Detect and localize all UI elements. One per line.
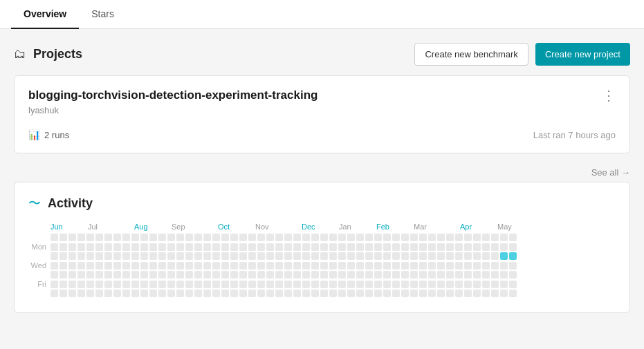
projects-title-group: 🗂 Projects [14,47,82,62]
heatmap-cell [419,252,427,260]
heatmap-cell [203,290,211,297]
heatmap-cell [374,281,382,288]
heatmap-cell [77,262,85,270]
heatmap-cell [311,271,319,279]
heatmap-cell [113,290,121,297]
heatmap-cell [509,262,517,270]
heatmap-cell [77,281,85,288]
heatmap-cell [284,262,292,270]
heatmap-cell [464,234,472,241]
heatmap-cell [464,262,472,270]
create-project-button[interactable]: Create new project [535,43,630,66]
heatmap-cell [167,262,175,270]
heatmap-row [28,252,616,260]
heatmap-cell [149,271,157,279]
heatmap-cell [230,290,238,297]
heatmap-cell [275,262,283,270]
heatmap-cell [437,281,445,288]
heatmap-cell [491,290,499,297]
heatmap-cell [221,281,229,288]
heatmap-cell [302,262,310,270]
heatmap-cell [266,234,274,241]
heatmap-cell [338,290,346,297]
project-card-footer: 📊 2 runs Last ran 7 hours ago [28,129,616,140]
heatmap-cell [212,262,220,270]
heatmap-cell [509,234,517,241]
heatmap-cell [266,252,274,260]
heatmap-cell [203,281,211,288]
heatmap-cell [320,262,328,270]
heatmap-cell [167,252,175,260]
heatmap-cell [401,271,409,279]
heatmap-cell [374,262,382,270]
heatmap-cell [221,252,229,260]
heatmap-cell [302,243,310,251]
heatmap-cell [419,281,427,288]
heatmap-cell [347,243,355,251]
heatmap-cell [257,262,265,270]
heatmap-cell [167,290,175,297]
heatmap-cell [122,262,130,270]
heatmap-cell [482,290,490,297]
heatmap-cell [203,271,211,279]
heatmap-cell [293,281,301,288]
heatmap-cell [248,262,256,270]
heatmap-cell [419,290,427,297]
runs-info: 📊 2 runs [28,129,69,140]
heatmap-cell [122,243,130,251]
heatmap-cell [320,243,328,251]
heatmap-cell [446,262,454,270]
heatmap-cell [356,281,364,288]
heatmap-cell [122,281,130,288]
heatmap-cell [464,252,472,260]
heatmap-cell [419,271,427,279]
project-menu-button[interactable]: ⋮ [602,88,616,102]
heatmap-cell [500,262,508,270]
heatmap-cell [68,252,76,260]
heatmap-cell [122,252,130,260]
heatmap-cell [149,262,157,270]
heatmap-cell [392,281,400,288]
heatmap-cell [302,281,310,288]
heatmap-cell [95,234,103,241]
heatmap-cell [50,281,58,288]
heatmap-cell [176,271,184,279]
activity-icon: 〜 [28,195,41,211]
projects-header: 🗂 Projects Create new benchmark Create n… [14,43,630,66]
heatmap-cell [59,234,67,241]
heatmap-cell [275,234,283,241]
heatmap-cell [455,271,463,279]
create-benchmark-button[interactable]: Create new benchmark [414,43,528,66]
see-all-link[interactable]: See all → [591,167,630,178]
heatmap-cell [365,252,373,260]
heatmap-cell [203,262,211,270]
heatmap-cell [140,243,148,251]
heatmap-cell [50,271,58,279]
project-name[interactable]: blogging-torchvision-detection-experimen… [28,88,318,102]
heatmap-cell [257,252,265,260]
heatmap-cell [302,271,310,279]
heatmap-cell [77,271,85,279]
heatmap-cell [167,271,175,279]
heatmap-cell [248,271,256,279]
heatmap-cell [410,281,418,288]
heatmap-cell [491,243,499,251]
heatmap-cell [59,271,67,279]
heatmap-cell [428,271,436,279]
heatmap: JunJulAugSepOctNovDecJanFebMarAprMayMonW… [28,223,616,297]
tab-stars[interactable]: Stars [79,0,127,29]
heatmap-cell [68,271,76,279]
heatmap-cell [410,243,418,251]
heatmap-cell [437,243,445,251]
heatmap-cell [383,281,391,288]
heatmap-cell [185,262,193,270]
heatmap-cell [230,252,238,260]
heatmap-cell [194,234,202,241]
tab-overview[interactable]: Overview [11,0,79,29]
heatmap-cell [302,290,310,297]
heatmap-cell [392,243,400,251]
heatmap-cell [482,252,490,260]
heatmap-cell [104,262,112,270]
heatmap-cell [284,252,292,260]
heatmap-cell [104,243,112,251]
